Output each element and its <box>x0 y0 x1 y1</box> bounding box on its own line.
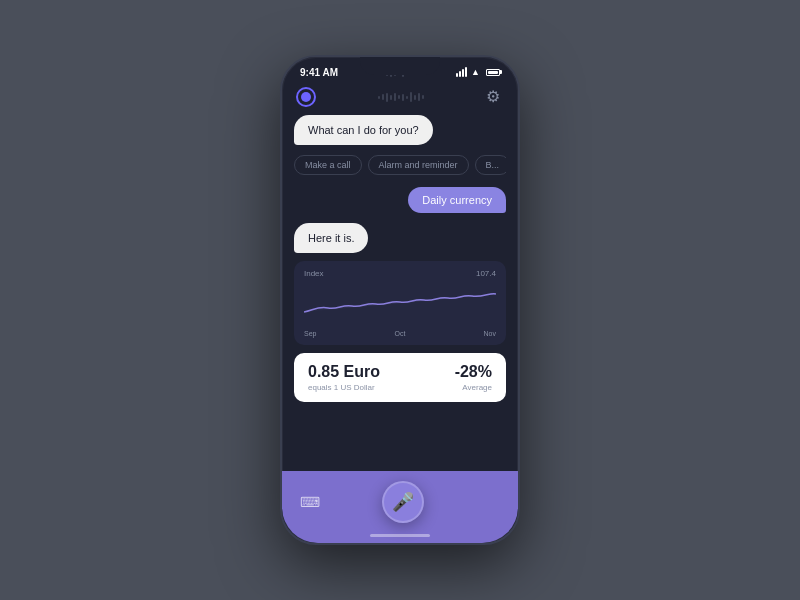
chart-label-nov: Nov <box>484 330 496 337</box>
chart-header: Index 107.4 <box>304 269 496 278</box>
currency-left: 0.85 Euro equals 1 US Dollar <box>308 363 380 392</box>
user-message-wrapper: Daily currency <box>294 187 506 213</box>
chart-index-value: 107.4 <box>476 269 496 278</box>
mic-button[interactable]: 🎤 <box>382 481 424 523</box>
voice-indicator[interactable] <box>296 87 316 107</box>
voice-dot <box>301 92 311 102</box>
assistant-response-bubble: Here it is. <box>294 223 368 253</box>
wifi-icon: ▲ <box>471 67 480 77</box>
bottom-bar: ⌨ 🎤 <box>282 471 518 543</box>
currency-percent: -28% <box>455 363 492 381</box>
home-indicator <box>370 534 430 537</box>
currency-value: 0.85 Euro <box>308 363 380 381</box>
chart-svg-area <box>304 284 496 326</box>
quick-replies: Make a call Alarm and reminder B... <box>294 155 506 175</box>
currency-card: 0.85 Euro equals 1 US Dollar -28% Averag… <box>294 353 506 402</box>
phone-frame: 9:41 AM ▲ <box>280 55 520 545</box>
status-icons: ▲ <box>456 67 500 77</box>
user-message-bubble: Daily currency <box>408 187 506 213</box>
chip-more[interactable]: B... <box>475 155 506 175</box>
audio-waveform <box>378 90 424 104</box>
currency-percent-label: Average <box>455 383 492 392</box>
currency-sub-label: equals 1 US Dollar <box>308 383 380 392</box>
chart-labels: Sep Oct Nov <box>304 330 496 337</box>
chart-index-label: Index <box>304 269 324 278</box>
settings-icon[interactable]: ⚙ <box>486 88 504 106</box>
notch <box>360 57 440 75</box>
chip-call[interactable]: Make a call <box>294 155 362 175</box>
phone-screen: 9:41 AM ▲ <box>280 55 520 545</box>
chat-area: What can I do for you? Make a call Alarm… <box>282 115 518 261</box>
currency-right: -28% Average <box>455 363 492 392</box>
assistant-greeting-bubble: What can I do for you? <box>294 115 433 145</box>
chart-label-oct: Oct <box>395 330 406 337</box>
status-time: 9:41 AM <box>300 67 338 78</box>
chart-card: Index 107.4 Sep Oct No <box>294 261 506 345</box>
signal-bars <box>456 67 467 77</box>
chart-label-sep: Sep <box>304 330 316 337</box>
keyboard-icon[interactable]: ⌨ <box>300 494 320 510</box>
top-bar: ⚙ <box>282 83 518 115</box>
chip-alarm[interactable]: Alarm and reminder <box>368 155 469 175</box>
battery-icon <box>486 69 500 76</box>
mic-icon: 🎤 <box>392 491 414 513</box>
